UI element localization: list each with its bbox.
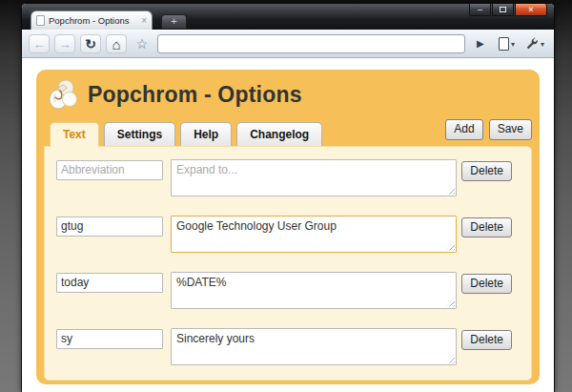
wrench-menu-button[interactable]: ▾ [522,37,547,51]
expansion-wrap: Google Technology User Group [171,216,457,253]
go-icon: ▶ [477,39,484,49]
abbreviation-row: Sincerely yours Delete [56,328,520,365]
page-title: Popchrom - Options [88,82,302,108]
expansion-wrap [171,159,457,196]
add-button[interactable]: Add [445,119,482,140]
delete-button[interactable]: Delete [461,161,512,182]
expansion-textarea[interactable]: Sincerely yours [171,328,457,365]
abbreviation-row: Delete [56,159,520,196]
reload-icon: ↻ [85,37,96,51]
abbreviation-input[interactable] [56,273,163,293]
forward-icon: → [59,38,72,51]
expansion-wrap: Sincerely yours [171,328,457,365]
address-bar-input[interactable] [157,34,465,53]
maximize-button[interactable] [492,4,514,16]
popchrom-options-panel: Popchrom - Options Text Settings Help Ch… [36,70,540,384]
page-menu-icon [499,37,509,51]
delete-button[interactable]: Delete [461,330,512,351]
browser-tab[interactable]: Popchrom - Options × [31,10,153,30]
back-button[interactable]: ← [29,34,50,53]
forward-button[interactable]: → [54,34,75,53]
star-icon: ☆ [136,37,149,51]
reload-button[interactable]: ↻ [80,34,101,53]
chevron-down-icon: ▾ [541,40,544,49]
tab-help[interactable]: Help [180,122,232,146]
browser-window: Popchrom - Options × + – × ← → ↻ ⌂ ☆ ▶ ▾ [21,3,555,392]
chevron-down-icon: ▾ [511,40,515,49]
bookmark-button[interactable]: ☆ [132,34,153,53]
page-viewport: Popchrom - Options Text Settings Help Ch… [22,58,554,392]
abbreviation-row: %DATE% Delete [56,272,520,309]
tab-settings[interactable]: Settings [104,122,175,146]
abbreviation-input[interactable] [56,160,163,180]
text-tab-content: Delete Google Technology User Group Dele… [44,146,532,381]
home-button[interactable]: ⌂ [106,34,127,53]
browser-toolbar: ← → ↻ ⌂ ☆ ▶ ▾ ▾ [22,30,554,58]
abbreviation-input[interactable] [56,217,163,237]
delete-button[interactable]: Delete [461,274,512,295]
tab-close-icon[interactable]: × [141,16,147,26]
expansion-textarea[interactable] [171,159,457,196]
save-button[interactable]: Save [489,119,532,140]
go-button[interactable]: ▶ [470,34,491,53]
favicon-icon [36,15,45,26]
abbreviation-row: Google Technology User Group Delete [56,216,520,253]
abbreviation-input[interactable] [56,329,163,349]
tab-text[interactable]: Text [50,122,99,147]
page-menu-button[interactable]: ▾ [496,37,518,51]
titlebar: Popchrom - Options × + – × [22,4,554,30]
tab-title: Popchrom - Options [49,15,137,26]
delete-button[interactable]: Delete [461,217,512,238]
expansion-textarea[interactable]: %DATE% [171,272,457,309]
desktop-background: Popchrom - Options × + – × ← → ↻ ⌂ ☆ ▶ ▾ [0,0,572,392]
maximize-icon [500,7,506,12]
home-icon: ⌂ [112,37,120,52]
tab-changelog[interactable]: Changelog [236,122,322,146]
wrench-icon [525,37,539,51]
minimize-button[interactable]: – [469,4,491,16]
close-button[interactable]: × [515,4,547,16]
tab-actions: Add Save [445,119,532,146]
popchrom-logo-icon [46,77,80,112]
options-tabbar: Text Settings Help Changelog Add Save [44,119,532,146]
panel-header: Popchrom - Options [44,75,532,119]
window-controls: – × [469,4,547,16]
expansion-wrap: %DATE% [171,272,457,309]
back-icon: ← [33,38,46,51]
new-tab-button[interactable]: + [161,14,187,29]
expansion-textarea[interactable]: Google Technology User Group [171,216,457,253]
